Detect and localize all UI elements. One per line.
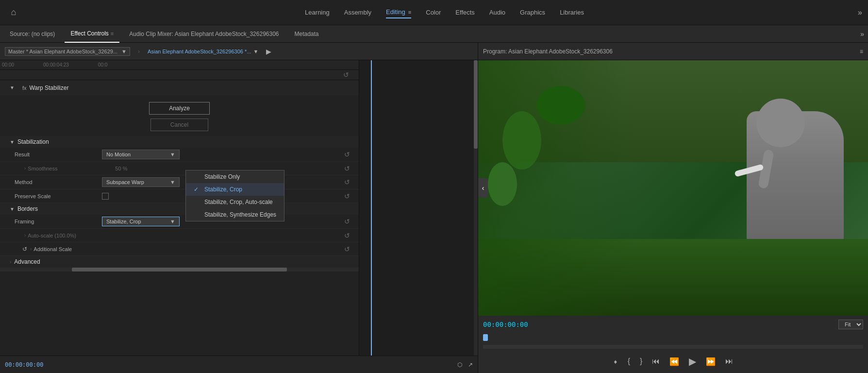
nav-item-audio[interactable]: Audio <box>489 7 505 18</box>
go-to-out-btn[interactable]: ⏭ <box>723 356 735 367</box>
master-dropdown-arrow: ▼ <box>121 49 127 54</box>
step-back-btn[interactable]: ⏪ <box>668 356 681 367</box>
method-row: Method Subspace Warp ▼ ↺ <box>0 175 359 189</box>
home-icon[interactable]: ⌂ <box>6 5 21 20</box>
method-reset[interactable]: ↺ <box>344 178 350 186</box>
play-through-icon[interactable]: ▶ <box>266 48 271 55</box>
warp-stabilizer-title: Warp Stabilizer <box>29 85 68 91</box>
additional-scale-row: ↺ › Additional Scale ↺ <box>0 242 359 256</box>
result-reset[interactable]: ↺ <box>344 151 350 158</box>
auto-scale-reset[interactable]: ↺ <box>344 232 350 239</box>
smoothness-reset[interactable]: ↺ <box>344 165 350 172</box>
timecode-fit-row: 00:00:00:00 Fit <box>483 318 863 331</box>
ec-header: Master * Asian Elephant AdobeStock_32629… <box>0 43 478 60</box>
preserve-scale-checkbox[interactable] <box>102 193 109 200</box>
nav-items: Learning Assembly Editing ≡ Color Effect… <box>31 6 858 18</box>
additional-scale-loop-icon: ↺ <box>22 246 27 253</box>
v-scrollbar-thumb[interactable] <box>474 60 478 149</box>
tab-effect-controls[interactable]: Effect Controls ≡ <box>65 25 119 43</box>
dropdown-option-stabilize-synthesize[interactable]: Stabilize, Synthesize Edges <box>186 208 284 221</box>
smoothness-val: 50 % <box>115 166 127 171</box>
panels-more-icon[interactable]: » <box>860 30 864 38</box>
warp-stabilizer-header[interactable]: ▼ fx Warp Stabilizer <box>0 80 359 95</box>
mark-out-alt-btn[interactable]: } <box>638 356 644 367</box>
additional-scale-reset[interactable]: ↺ <box>344 245 350 253</box>
leaf-3 <box>536 86 585 125</box>
method-dropdown[interactable]: Subspace Warp ▼ <box>102 177 180 187</box>
left-panel: Master * Asian Elephant AdobeStock_32629… <box>0 43 478 373</box>
program-menu-icon[interactable]: ≡ <box>860 48 863 55</box>
stabilization-toggle: ▼ <box>10 139 15 145</box>
framing-label: Framing <box>15 219 102 224</box>
panel-right-tabs: » <box>860 30 864 38</box>
result-row: Result No Motion ▼ ↺ <box>0 148 359 162</box>
control-buttons-row: ⬧ { } ⏮ ⏪ ▶ ⏩ ⏭ <box>483 352 863 371</box>
leaf-1 <box>502 111 541 170</box>
clip-name-selector[interactable]: Asian Elephant AdobeStock_326296306 *...… <box>148 49 258 54</box>
smoothness-label: Smoothness <box>28 166 115 171</box>
preserve-scale-row: Preserve Scale ↺ <box>0 189 359 203</box>
bottom-bar: 00:00:00:00 ⬡ ↗ <box>0 356 478 373</box>
chevron-left[interactable]: ‹ <box>478 178 488 198</box>
tab-source[interactable]: Source: (no clips) <box>4 25 61 43</box>
borders-header[interactable]: ▼ Borders <box>0 203 359 215</box>
nav-item-color[interactable]: Color <box>426 7 441 18</box>
additional-scale-expand[interactable]: › <box>30 246 32 252</box>
h-scrollbar[interactable] <box>0 268 359 271</box>
h-scrollbar-thumb[interactable] <box>72 268 287 271</box>
result-dropdown-arrow: ▼ <box>170 152 175 157</box>
nav-item-libraries[interactable]: Libraries <box>560 7 584 18</box>
export-icon[interactable]: ↗ <box>468 361 473 368</box>
ec-timeline <box>359 60 478 356</box>
framing-dropdown[interactable]: Stabilize, Crop ▼ <box>102 217 180 226</box>
preserve-scale-reset[interactable]: ↺ <box>344 192 350 200</box>
analyze-cancel-area: Analyze Cancel <box>0 95 359 136</box>
elephant-head <box>756 99 805 147</box>
bottom-timecode: 00:00:00:00 <box>5 361 43 368</box>
smoothness-row: › Smoothness 50 % ↺ <box>0 162 359 175</box>
step-forward-btn[interactable]: ⏩ <box>704 356 718 367</box>
auto-scale-expand[interactable]: › <box>24 233 26 238</box>
advanced-toggle: › <box>10 259 11 265</box>
advanced-header[interactable]: › Advanced <box>0 256 359 268</box>
go-to-in-btn[interactable]: ⏮ <box>650 356 662 367</box>
fx-badge: fx <box>22 85 27 91</box>
nav-item-assembly[interactable]: Assembly <box>344 7 371 18</box>
analyze-button[interactable]: Analyze <box>149 102 210 115</box>
master-clip-selector[interactable]: Master * Asian Elephant AdobeStock_32629… <box>5 47 130 56</box>
tab-audio-clip-mixer[interactable]: Audio Clip Mixer: Asian Elephant AdobeSt… <box>123 25 284 43</box>
advanced-title: Advanced <box>14 258 40 265</box>
mark-in-btn[interactable]: ⬧ <box>611 356 620 367</box>
program-header: Program: Asian Elephant AdobeStock_32629… <box>478 43 868 60</box>
video-placeholder <box>478 60 868 316</box>
ec-properties: 00:00 00:00:04:23 00:0 ↺ ▼ fx Warp Stabi… <box>0 60 359 356</box>
method-dropdown-arrow: ▼ <box>170 179 175 185</box>
nav-more-icon[interactable]: » <box>858 8 862 17</box>
shuttle-icon[interactable]: ⬡ <box>457 361 462 368</box>
smoothness-expand[interactable]: › <box>24 166 26 171</box>
result-value: No Motion ▼ <box>102 150 344 159</box>
cancel-button[interactable]: Cancel <box>150 119 208 131</box>
fit-selector[interactable]: Fit <box>838 320 863 329</box>
tab-metadata[interactable]: Metadata <box>289 25 325 43</box>
nav-item-learning[interactable]: Learning <box>305 7 330 18</box>
scrub-bar[interactable] <box>483 345 863 349</box>
framing-dropdown-arrow: ▼ <box>170 219 175 224</box>
play-btn[interactable]: ▶ <box>687 355 698 368</box>
loop-reset-icon[interactable]: ↺ <box>343 71 349 79</box>
tab-effect-controls-menu[interactable]: ≡ <box>111 31 114 36</box>
nav-item-effects[interactable]: Effects <box>455 7 475 18</box>
timeline-playhead-line <box>371 60 372 356</box>
stabilization-header[interactable]: ▼ Stabilization <box>0 136 359 148</box>
mark-out-btn[interactable]: { <box>626 356 632 367</box>
nav-item-editing[interactable]: Editing ≡ <box>386 6 411 18</box>
dropdown-option-stabilize-crop-autoscale[interactable]: Stabilize, Crop, Auto-scale <box>186 196 284 208</box>
borders-title: Borders <box>17 205 38 212</box>
framing-reset[interactable]: ↺ <box>344 218 350 225</box>
dropdown-option-stabilize-only[interactable]: Stabilize Only <box>186 170 284 183</box>
v-scrollbar[interactable] <box>474 60 478 356</box>
progress-bar[interactable] <box>483 334 863 341</box>
result-dropdown[interactable]: No Motion ▼ <box>102 150 180 159</box>
nav-item-graphics[interactable]: Graphics <box>520 7 545 18</box>
dropdown-option-stabilize-crop[interactable]: ✓ Stabilize, Crop <box>186 183 284 196</box>
